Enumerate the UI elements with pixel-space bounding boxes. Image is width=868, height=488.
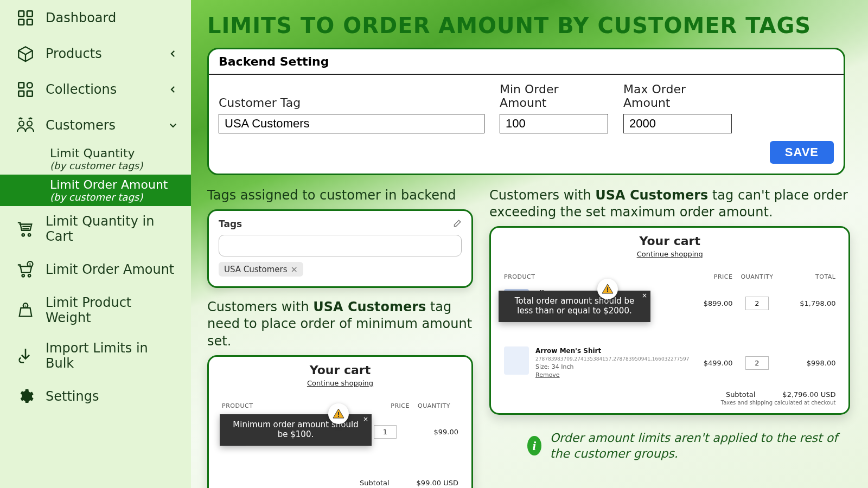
backend-setting-panel: Backend Setting Customer Tag Min Order A…	[207, 48, 845, 175]
svg-rect-6	[18, 91, 24, 97]
tax-note: Taxes and shipping calculated at checkou…	[504, 400, 835, 409]
product-name: Arrow Men's Shirt	[535, 346, 689, 356]
sidebar-item-label: Limit Quantity	[50, 146, 135, 160]
tags-card-head: Tags	[219, 219, 242, 229]
warning-icon	[597, 279, 618, 299]
sidebar-item-label: Settings	[46, 389, 99, 404]
sidebar-item-label: Products	[46, 46, 102, 61]
continue-shopping-link[interactable]: Continue shopping	[504, 250, 835, 258]
svg-rect-7	[27, 91, 33, 97]
sidebar-item-label: Customers	[46, 118, 116, 133]
svg-point-5	[27, 82, 33, 88]
svg-rect-20	[607, 287, 608, 291]
sidebar-item-products[interactable]: Products	[0, 36, 191, 72]
continue-shopping-link[interactable]: Continue shopping	[222, 379, 458, 387]
customer-tag-label: Customer Tag	[219, 96, 484, 110]
col-qty: QUANTITY	[410, 402, 458, 409]
cart-price: $899.00	[689, 299, 732, 307]
svg-point-13	[28, 274, 31, 277]
subtotal-value: $99.00 USD	[417, 479, 458, 487]
toast-close-icon[interactable]: ×	[642, 292, 647, 299]
collections-icon	[15, 79, 36, 100]
min-order-label: Min Order Amount	[500, 82, 608, 110]
product-sku: 278783983709,274135384157,278783950941,1…	[535, 356, 689, 363]
warning-icon	[328, 403, 349, 424]
max-order-input[interactable]	[623, 114, 732, 133]
svg-point-12	[22, 274, 24, 277]
sidebar-item-sublabel: (by customer tags)	[50, 160, 143, 171]
sidebar-item-label: Limit Order Amount	[50, 178, 168, 191]
info-text: Order amount limits aren't applied to th…	[550, 430, 851, 462]
tag-chip: USA Customers ×	[219, 262, 303, 277]
sidebar-item-label: Import Limits in Bulk	[46, 341, 176, 371]
sidebar-item-limit-quantity-tags[interactable]: Limit Quantity (by customer tags)	[0, 143, 191, 175]
svg-point-10	[22, 234, 24, 236]
svg-text:$: $	[24, 304, 27, 307]
col-qty: QUANTITY	[732, 273, 781, 280]
subtotal-label: Subtotal	[360, 479, 389, 487]
sidebar-item-settings[interactable]: Settings	[0, 378, 191, 414]
qty-input[interactable]: 2	[745, 356, 768, 370]
sidebar-item-sublabel: (by customer tags)	[50, 191, 143, 203]
cart-row: Arrow Men's Shirt 278783983709,274135384…	[504, 340, 835, 386]
col-price: PRICE	[689, 273, 732, 280]
cart-icon	[15, 219, 36, 239]
product-size: Size: 34 Inch	[535, 363, 689, 371]
svg-text:$: $	[29, 262, 31, 267]
sidebar-item-limit-product-weight[interactable]: $ Limit Product Weight	[0, 287, 191, 333]
weight-icon: $	[15, 300, 36, 320]
qty-input[interactable]: 1	[374, 425, 397, 439]
sidebar-item-collections[interactable]: Collections	[0, 72, 191, 107]
sidebar-item-label: Collections	[46, 82, 117, 97]
toast-close-icon[interactable]: ×	[363, 415, 368, 423]
save-button[interactable]: SAVE	[770, 141, 834, 164]
min-order-input[interactable]	[500, 114, 608, 133]
min-order-toast: × Minimum order amount should be $100.	[220, 414, 372, 446]
edit-icon[interactable]	[452, 219, 462, 229]
chevron-down-icon	[168, 120, 178, 130]
cart-preview-min: Your cart Continue shopping PRODUCT PRIC…	[207, 355, 473, 488]
cart-title: Your cart	[222, 363, 458, 377]
svg-point-8	[19, 121, 24, 126]
min-caption: Customers with USA Customers tag need to…	[207, 299, 473, 350]
gear-icon	[15, 386, 36, 407]
sidebar: Dashboard Products Collections Customers…	[0, 0, 191, 488]
sidebar-item-label: Dashboard	[46, 10, 116, 25]
info-icon: i	[527, 436, 541, 455]
sidebar-item-limit-order-amount-tags[interactable]: Limit Order Amount (by customer tags)	[0, 175, 191, 206]
sidebar-item-customers[interactable]: Customers	[0, 107, 191, 143]
svg-rect-0	[18, 11, 24, 16]
chip-remove-icon[interactable]: ×	[290, 264, 297, 274]
qty-input[interactable]: 2	[745, 297, 768, 310]
sidebar-item-limit-order-amount[interactable]: $ Limit Order Amount	[0, 252, 191, 287]
cart-dollar-icon: $	[15, 259, 36, 280]
subtotal-label: Subtotal	[726, 390, 755, 399]
svg-rect-4	[18, 82, 24, 88]
sidebar-item-dashboard[interactable]: Dashboard	[0, 0, 191, 36]
tags-caption: Tags assigned to customer in backend	[207, 187, 473, 204]
chevron-left-icon	[168, 85, 178, 94]
svg-rect-21	[607, 291, 608, 292]
sidebar-item-limit-quantity-cart[interactable]: Limit Quantity in Cart	[0, 206, 191, 252]
svg-rect-18	[338, 412, 339, 415]
customer-tag-input[interactable]	[219, 114, 484, 133]
sidebar-item-import-bulk[interactable]: Import Limits in Bulk	[0, 333, 191, 378]
cart-total: $998.00	[781, 359, 835, 367]
chip-label: USA Customers	[224, 265, 287, 274]
svg-rect-2	[18, 20, 24, 25]
info-note: i Order amount limits aren't applied to …	[527, 430, 850, 462]
cart-title: Your cart	[504, 234, 835, 248]
tags-input[interactable]	[219, 235, 462, 256]
remove-link[interactable]: Remove	[535, 371, 689, 379]
customers-icon	[15, 115, 36, 136]
cart-price: $499.00	[689, 359, 732, 367]
chevron-left-icon	[168, 49, 178, 59]
col-total: TOTAL	[781, 273, 835, 280]
max-caption: Customers with USA Customers tag can't p…	[489, 187, 850, 221]
tags-card: Tags USA Customers ×	[207, 209, 473, 288]
max-order-label: Max Order Amount	[623, 82, 732, 110]
cart-total: $99.00	[410, 428, 458, 436]
svg-rect-3	[27, 20, 33, 25]
product-thumb	[504, 346, 529, 375]
sidebar-item-label: Limit Quantity in Cart	[46, 214, 176, 244]
